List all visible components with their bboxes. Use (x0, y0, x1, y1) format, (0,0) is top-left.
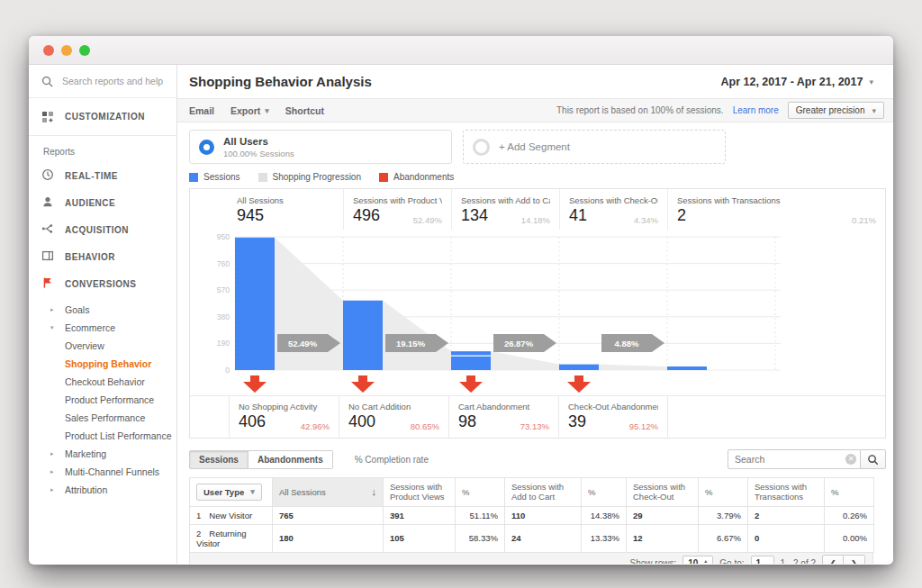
percent-cell: 0.00% (825, 524, 874, 552)
search-submit-button[interactable] (861, 449, 886, 469)
stage-value: 134 (461, 206, 488, 225)
table-row: 2Returning Visitor18010558.33%2413.33%12… (190, 524, 874, 552)
sidebar-item-label: Product Performance (65, 394, 154, 405)
close-window-button[interactable] (43, 45, 54, 56)
tab-abandonments[interactable]: Abandonments (249, 450, 333, 469)
dimension-cell: 2Returning Visitor (190, 524, 273, 552)
sidebar-item-shopping-behavior[interactable]: Shopping Behavior (29, 355, 176, 373)
svg-text:0: 0 (225, 366, 230, 375)
sidebar-item-behavior[interactable]: BEHAVIOR (29, 243, 176, 270)
row-label: Returning Visitor (196, 529, 247, 548)
chevron-right-icon: ▸ (50, 486, 65, 493)
table-search-input[interactable] (728, 449, 861, 469)
email-button[interactable]: Email (189, 105, 214, 116)
acquisition-icon (41, 222, 54, 237)
legend-item: Sessions (189, 172, 240, 182)
column-header-percent[interactable]: % (699, 478, 748, 507)
stage-value: 41 (569, 206, 587, 225)
value-cell: 391 (384, 506, 456, 524)
column-header-percent[interactable]: % (825, 478, 874, 507)
main-header: Shopping Behavior Analysis Apr 12, 2017 … (177, 65, 893, 98)
stage-label: Sessions with Add to Cart (461, 195, 550, 205)
column-header[interactable]: Sessions with Add to Cart (505, 478, 582, 507)
prev-page-button[interactable]: ❮ (822, 555, 844, 564)
column-header[interactable]: Sessions with Transactions (748, 478, 825, 507)
sidebar-item-product-list-performance[interactable]: Product List Performance (29, 427, 176, 445)
goto-page-input[interactable] (751, 556, 774, 564)
next-page-button[interactable]: ❯ (844, 555, 865, 564)
search-icon (867, 454, 879, 466)
value-cell: 180 (273, 524, 384, 552)
abandonment-label: Check-Out Abandonment (568, 402, 658, 412)
abandonment-value: 98 (458, 412, 476, 431)
sidebar-item-marketing[interactable]: ▸Marketing (29, 445, 176, 463)
segment-all-users[interactable]: All Users 100.00% Sessions (189, 130, 452, 164)
reports-section-label: Reports (29, 136, 176, 162)
sidebar-item-conversions[interactable]: CONVERSIONS (29, 270, 176, 297)
value-cell: 0 (748, 524, 825, 552)
segments-bar: All Users 100.00% Sessions + Add Segment (189, 130, 886, 164)
segment-donut-icon (199, 140, 214, 155)
sidebar-item-real-time[interactable]: REAL-TIME (29, 162, 176, 189)
sidebar-item-label: REAL-TIME (65, 171, 118, 181)
sidebar-item-label: Shopping Behavior (65, 358, 151, 369)
add-segment-button[interactable]: + Add Segment (463, 130, 726, 164)
date-range-value: Apr 12, 2017 - Apr 21, 2017 (721, 76, 863, 88)
value-cell: 110 (505, 506, 582, 524)
column-header-sorted[interactable]: All Sessions↓ (273, 478, 384, 507)
sort-desc-icon: ↓ (372, 486, 377, 498)
sidebar-item-label: Multi-Channel Funnels (65, 466, 159, 477)
clear-search-icon[interactable]: ✕ (845, 454, 856, 465)
column-header[interactable]: Sessions with Check-Out (627, 478, 699, 507)
abandonment-value: 406 (239, 412, 266, 431)
legend-label: Sessions (203, 172, 240, 182)
sidebar-item-product-performance[interactable]: Product Performance (29, 391, 176, 409)
column-header-percent[interactable]: % (456, 478, 505, 507)
add-segment-label: + Add Segment (499, 141, 570, 152)
sidebar-item-sales-performance[interactable]: Sales Performance (29, 409, 176, 427)
learn-more-link[interactable]: Learn more (733, 105, 779, 115)
dimension-cell: 1New Visitor (190, 506, 273, 524)
precision-dropdown[interactable]: Greater precision ▾ (788, 102, 884, 119)
sidebar-item-label: Sales Performance (65, 412, 145, 423)
sidebar-item-acquisition[interactable]: ACQUISITION (29, 216, 176, 243)
stage-label: Sessions with Transactions (677, 195, 876, 205)
page-title: Shopping Behavior Analysis (189, 74, 372, 89)
sidebar-item-goals[interactable]: ▸Goals (29, 301, 176, 319)
sidebar-item-checkout-behavior[interactable]: Checkout Behavior (29, 373, 176, 391)
sidebar-item-attribution[interactable]: ▸Attribution (29, 481, 176, 499)
show-rows-select[interactable]: 10 ▲▼ (682, 556, 713, 564)
stage-percent: 14.18% (521, 215, 550, 225)
maximize-window-button[interactable] (79, 45, 90, 56)
flag-icon (41, 276, 54, 291)
legend-swatch-icon (258, 173, 267, 182)
sidebar-item-customization[interactable]: CUSTOMIZATION (29, 98, 176, 136)
sidebar-item-audience[interactable]: AUDIENCE (29, 189, 176, 216)
data-table: User Type ▾ All Sessions↓Sessions with P… (189, 477, 874, 553)
funnel-chart: 950760570380190052.49%19.15%26.87%4.88% (190, 230, 885, 395)
sidebar-search[interactable]: Search reports and help (29, 65, 176, 98)
sidebar-item-label: BEHAVIOR (65, 252, 115, 262)
sidebar-item-ecommerce[interactable]: ▾Ecommerce (29, 319, 176, 337)
column-header-percent[interactable]: % (582, 478, 627, 507)
sidebar-item-overview[interactable]: Overview (29, 337, 176, 355)
value-cell: 29 (627, 506, 699, 524)
sidebar-item-label: ACQUISITION (65, 225, 129, 235)
window-titlebar (29, 36, 893, 65)
date-range-picker[interactable]: Apr 12, 2017 - Apr 21, 2017 ▾ (721, 76, 874, 88)
sidebar-item-multi-channel-funnels[interactable]: ▸Multi-Channel Funnels (29, 463, 176, 481)
tab-sessions[interactable]: Sessions (189, 450, 249, 469)
shortcut-button[interactable]: Shortcut (285, 105, 324, 116)
caret-down-icon: ▾ (265, 106, 269, 115)
table-footer: Show rows: 10 ▲▼ Go to: 1 - 2 of 2 ❮ ❯ (189, 553, 873, 564)
sidebar-item-label: CONVERSIONS (65, 279, 136, 289)
minimize-window-button[interactable] (61, 45, 72, 56)
sampling-notice: This report is based on 100% of sessions… (556, 105, 724, 115)
legend-item: Abandonments (379, 172, 454, 182)
user-type-dropdown[interactable]: User Type ▾ (196, 484, 262, 501)
sidebar-item-label: AUDIENCE (65, 198, 115, 208)
export-button[interactable]: Export ▾ (230, 105, 269, 116)
abandonment-cell: No Cart Addition40080.65% (339, 396, 448, 438)
column-header[interactable]: Sessions with Product Views (384, 478, 456, 507)
sidebar-item-label: Goals (65, 304, 89, 315)
